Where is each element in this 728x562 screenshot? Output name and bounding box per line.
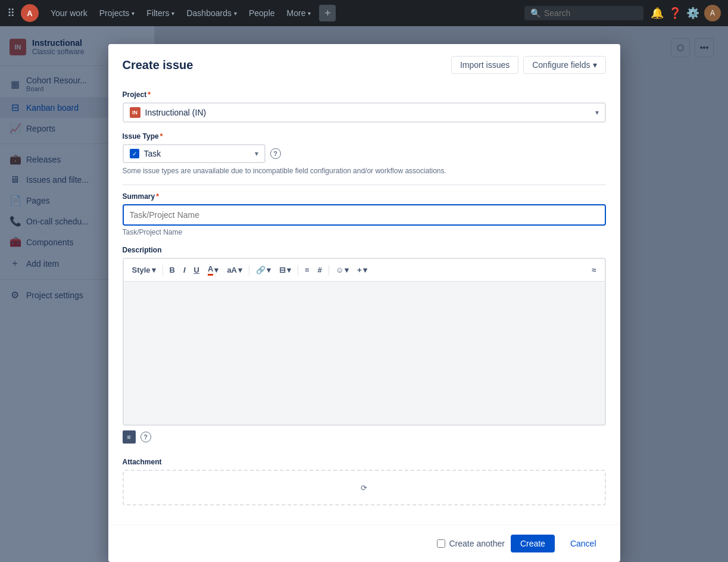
- search-icon: 🔍: [530, 8, 540, 18]
- chevron-down-icon: ▾: [255, 149, 258, 158]
- description-field: Description Style ▾ B I U: [123, 246, 606, 448]
- nav-dashboards[interactable]: Dashboards ▾: [182, 6, 242, 20]
- editor-mode-icon[interactable]: ≡: [123, 430, 136, 444]
- settings-icon[interactable]: ⚙️: [686, 7, 699, 20]
- description-label: Description: [123, 246, 606, 254]
- summary-label: Summary *: [123, 192, 606, 201]
- logo[interactable]: A: [21, 4, 39, 22]
- chevron-down-icon: ▾: [132, 10, 135, 17]
- modal-header: Create issue Import issues Configure fie…: [108, 44, 620, 81]
- issue-type-field: Issue Type * ✓ Task ▾ ? Some issue types…: [123, 132, 606, 175]
- create-button[interactable]: Create: [511, 535, 555, 552]
- chevron-down-icon: ▾: [345, 266, 349, 274]
- create-another-label[interactable]: Create another: [437, 539, 504, 548]
- app-layout: IN Instructional Classic software ▦ Coho…: [0, 26, 728, 562]
- modal-header-actions: Import issues Configure fields ▾: [451, 56, 606, 74]
- project-label: Project *: [123, 90, 606, 99]
- form-divider: [123, 185, 606, 185]
- chevron-down-icon: ▾: [593, 60, 597, 70]
- modal-footer: Create another Create Cancel: [108, 524, 620, 562]
- issue-type-help-icon[interactable]: ?: [270, 148, 281, 159]
- chevron-down-icon: ▾: [171, 10, 174, 17]
- attachment-field: Attachment ⟳: [123, 458, 606, 505]
- editor-bottom: ≡ ?: [123, 426, 606, 448]
- table-button[interactable]: ⊟ ▾: [276, 264, 295, 276]
- editor-help-icon[interactable]: ?: [140, 432, 151, 442]
- font-size-button[interactable]: aA ▾: [223, 264, 246, 276]
- attachment-dropzone[interactable]: ⟳: [123, 470, 606, 505]
- nav-filters[interactable]: Filters ▾: [142, 6, 179, 20]
- summary-field: Summary * Task/Project Name: [123, 192, 606, 236]
- issue-type-select[interactable]: ✓ Task ▾: [123, 144, 265, 163]
- create-button[interactable]: +: [319, 5, 336, 21]
- chevron-down-icon: ▾: [234, 10, 237, 17]
- nav-more[interactable]: More ▾: [282, 6, 316, 20]
- project-field: Project * IN Instructional (IN) ▾: [123, 90, 606, 123]
- expand-toolbar-button[interactable]: ≈: [588, 264, 599, 276]
- issue-type-note: Some issue types are unavailable due to …: [123, 167, 606, 175]
- grid-icon[interactable]: ⠿: [7, 7, 15, 20]
- nav-projects[interactable]: Projects ▾: [95, 6, 140, 20]
- link-button[interactable]: 🔗 ▾: [252, 264, 274, 276]
- modal-overlay: Create issue Import issues Configure fie…: [0, 26, 728, 562]
- chevron-down-icon: ▾: [363, 266, 367, 274]
- search-bar[interactable]: 🔍: [524, 6, 643, 20]
- description-body[interactable]: [124, 282, 605, 424]
- toolbar-divider-4: [329, 265, 329, 276]
- description-editor: Style ▾ B I U A ▾ a: [123, 258, 606, 426]
- notifications-icon[interactable]: 🔔: [651, 7, 664, 20]
- chevron-down-icon: ▾: [152, 266, 156, 274]
- chevron-down-icon: ▾: [214, 266, 218, 274]
- toolbar-divider-2: [249, 265, 249, 276]
- editor-toolbar: Style ▾ B I U A ▾ a: [124, 259, 605, 282]
- more-toolbar-button[interactable]: + ▾: [354, 264, 371, 276]
- project-select[interactable]: IN Instructional (IN) ▾: [123, 102, 606, 123]
- underline-button[interactable]: U: [190, 264, 203, 276]
- attachment-label: Attachment: [123, 458, 606, 466]
- task-checkbox-icon: ✓: [130, 149, 139, 158]
- attachment-drop-text: ⟳: [361, 483, 367, 492]
- style-button[interactable]: Style ▾: [129, 264, 160, 276]
- chevron-down-icon: ▾: [267, 266, 271, 274]
- help-icon[interactable]: ❓: [668, 7, 682, 20]
- create-another-checkbox[interactable]: [437, 539, 445, 548]
- emoji-button[interactable]: ☺ ▾: [332, 264, 352, 276]
- chevron-down-icon: ▾: [287, 266, 291, 274]
- import-issues-button[interactable]: Import issues: [451, 56, 518, 74]
- project-select-icon: IN: [130, 107, 140, 118]
- text-color-button[interactable]: A ▾: [204, 263, 222, 277]
- nav-your-work[interactable]: Your work: [46, 6, 92, 20]
- avatar[interactable]: A: [704, 5, 721, 21]
- project-select-value: Instructional (IN): [145, 108, 590, 117]
- modal-title: Create issue: [123, 58, 193, 72]
- chevron-down-icon: ▾: [308, 10, 311, 17]
- search-input[interactable]: [544, 8, 638, 18]
- numbered-list-button[interactable]: #: [314, 264, 326, 276]
- configure-fields-button[interactable]: Configure fields ▾: [523, 56, 605, 74]
- toolbar-divider-3: [298, 265, 298, 276]
- cancel-button[interactable]: Cancel: [561, 535, 606, 552]
- required-indicator: *: [148, 90, 151, 99]
- chevron-down-icon: ▾: [238, 266, 242, 274]
- italic-button[interactable]: I: [180, 264, 189, 276]
- bold-button[interactable]: B: [166, 264, 179, 276]
- summary-input[interactable]: [123, 204, 606, 226]
- create-issue-modal: Create issue Import issues Configure fie…: [108, 44, 620, 562]
- topnav: ⠿ A Your work Projects ▾ Filters ▾ Dashb…: [0, 0, 728, 26]
- chevron-down-icon: ▾: [595, 108, 599, 117]
- required-indicator: *: [160, 132, 163, 140]
- nav-people[interactable]: People: [244, 6, 280, 20]
- bullet-list-button[interactable]: ≡: [301, 264, 313, 276]
- topnav-icons: 🔔 ❓ ⚙️ A: [651, 5, 721, 21]
- issue-type-value: Task: [144, 149, 250, 158]
- issue-type-label: Issue Type *: [123, 132, 606, 140]
- modal-body: Project * IN Instructional (IN) ▾ Issue …: [108, 81, 620, 524]
- summary-hint: Task/Project Name: [123, 228, 606, 236]
- toolbar-divider: [163, 265, 163, 276]
- required-indicator: *: [156, 192, 159, 201]
